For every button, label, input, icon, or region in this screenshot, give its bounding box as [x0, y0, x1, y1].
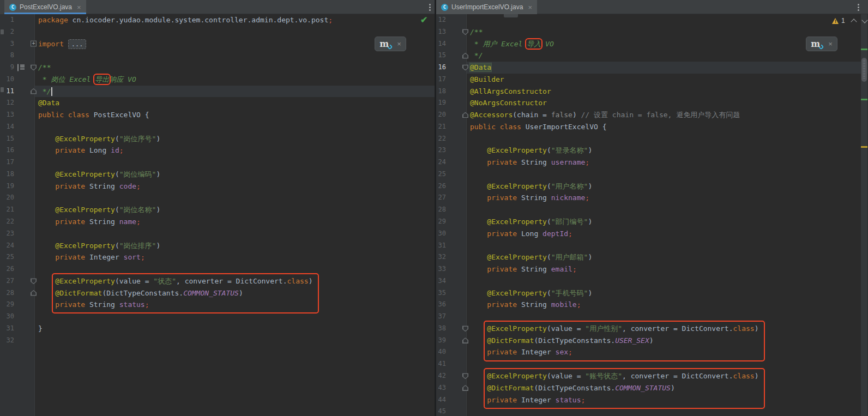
line-number[interactable]: 43	[436, 382, 446, 394]
code-line[interactable]: 1package cn.iocoder.yudao.module.system.…	[4, 14, 435, 26]
tab-userimportexcelvo[interactable]: C UserImportExcelVO.java ×	[436, 0, 537, 14]
line-number[interactable]: 12	[436, 14, 446, 26]
prev-warning-icon[interactable]	[851, 19, 857, 25]
code-editor[interactable]: 1213/**14 * 用户 Excel 导入 VO15 */16@Data17…	[436, 14, 868, 416]
close-icon[interactable]: ×	[828, 40, 833, 48]
code-text[interactable]: }	[38, 323, 43, 335]
code-line[interactable]: 32	[4, 335, 435, 347]
line-number[interactable]: 22	[436, 133, 446, 145]
code-editor[interactable]: 1package cn.iocoder.yudao.module.system.…	[4, 14, 435, 416]
code-text[interactable]: @ExcelProperty("手机号码")	[470, 287, 592, 299]
line-number[interactable]: 13	[436, 26, 446, 38]
code-text[interactable]: @ExcelProperty("用户名称")	[470, 180, 592, 192]
fold-marker-icon[interactable]	[31, 64, 37, 70]
line-number[interactable]: 20	[4, 192, 14, 204]
line-number[interactable]: 12	[4, 97, 14, 109]
line-number[interactable]: 29	[436, 216, 446, 228]
code-line[interactable]: 12	[436, 14, 868, 26]
line-number[interactable]: 15	[4, 133, 14, 145]
line-number[interactable]: 24	[4, 240, 14, 252]
code-line[interactable]: 29 @ExcelProperty("部门编号")	[436, 216, 868, 228]
fold-marker-icon[interactable]	[31, 278, 37, 284]
line-number[interactable]: 24	[436, 156, 446, 168]
code-text[interactable]: @DictFormat(DictTypeConstants.USER_SEX)	[470, 335, 654, 347]
fold-marker-icon[interactable]	[462, 112, 468, 118]
line-number[interactable]: 34	[436, 275, 446, 287]
line-number[interactable]: 8	[4, 50, 14, 62]
code-text[interactable]: /**	[38, 62, 51, 74]
code-text[interactable]: @ExcelProperty("岗位排序")	[38, 240, 160, 252]
fold-marker-icon[interactable]	[462, 64, 468, 70]
line-number[interactable]: 32	[4, 335, 14, 347]
code-text[interactable]: private String code;	[38, 180, 141, 192]
line-number[interactable]: 22	[4, 216, 14, 228]
line-number[interactable]: 28	[436, 204, 446, 216]
line-number[interactable]: 21	[4, 204, 14, 216]
line-number[interactable]: 27	[436, 192, 446, 204]
code-text[interactable]: @ExcelProperty(value = "用户性别", converter…	[470, 323, 758, 335]
code-line[interactable]: 21public class UserImportExcelVO {	[436, 121, 868, 133]
line-number[interactable]: 10	[4, 74, 14, 86]
code-line[interactable]: 18 @ExcelProperty("岗位编码")	[4, 168, 435, 180]
inspections-widget[interactable]: ! 1	[832, 17, 867, 25]
fold-marker-icon[interactable]	[462, 29, 468, 35]
scrollbar-thumb[interactable]	[861, 58, 867, 82]
code-text[interactable]: @ExcelProperty("用户邮箱")	[470, 251, 592, 263]
line-number[interactable]: 30	[436, 228, 446, 240]
code-line[interactable]: 13public class PostExcelVO {	[4, 109, 435, 121]
line-number[interactable]: 31	[436, 240, 446, 252]
line-number[interactable]: 41	[436, 358, 446, 370]
code-line[interactable]: 14 * 用户 Excel 导入 VO	[436, 38, 868, 50]
fold-marker-icon[interactable]	[462, 53, 468, 59]
line-number[interactable]: 13	[4, 109, 14, 121]
code-line[interactable]: 22	[436, 133, 868, 145]
line-number[interactable]: 9	[4, 62, 14, 74]
code-line[interactable]: 45	[436, 406, 868, 416]
line-number[interactable]: 36	[436, 299, 446, 311]
code-line[interactable]: 27 @ExcelProperty(value = "状态", converte…	[4, 275, 435, 287]
close-icon[interactable]: ×	[77, 4, 81, 11]
code-line[interactable]: 29 private String status;	[4, 299, 435, 311]
code-text[interactable]: * 岗位 Excel 导出响应 VO	[38, 74, 136, 86]
rendered-doc-icon[interactable]	[17, 64, 26, 71]
code-line[interactable]: 37	[436, 311, 868, 323]
code-text[interactable]: private Integer status;	[470, 394, 585, 406]
code-text[interactable]: private String nickname;	[470, 192, 589, 204]
code-line[interactable]: 15 @ExcelProperty("岗位序号")	[4, 133, 435, 145]
line-number[interactable]: 18	[436, 86, 446, 98]
code-line[interactable]: 17@Builder	[436, 74, 868, 86]
code-text[interactable]: */	[38, 86, 52, 98]
code-line[interactable]: 20@Accessors(chain = false) // 设置 chain …	[436, 109, 868, 121]
code-line[interactable]: 23 @ExcelProperty("登录名称")	[436, 144, 868, 156]
code-line[interactable]: 18@AllArgsConstructor	[436, 86, 868, 98]
code-line[interactable]: 9/**	[4, 62, 435, 74]
code-text[interactable]: import ...	[38, 38, 86, 50]
line-number[interactable]: 11	[4, 86, 14, 98]
line-number[interactable]: 35	[436, 287, 446, 299]
line-number[interactable]: 16	[4, 144, 14, 156]
code-text[interactable]: * 用户 Excel 导入 VO	[470, 38, 554, 50]
code-text[interactable]: @ExcelProperty("登录名称")	[470, 144, 592, 156]
line-number[interactable]: 16	[436, 62, 446, 74]
line-number[interactable]: 14	[436, 38, 446, 50]
code-text[interactable]: private String name;	[38, 216, 141, 228]
line-number[interactable]: 3	[4, 38, 14, 50]
inspection-ok-icon[interactable]: ✔	[420, 15, 427, 25]
code-line[interactable]: 15 */	[436, 50, 868, 62]
code-line[interactable]: 11 */	[4, 86, 435, 98]
code-line[interactable]: 13/**	[436, 26, 868, 38]
scrollbar[interactable]	[861, 14, 867, 416]
code-line[interactable]: 3+import ...	[4, 38, 435, 50]
more-options-icon[interactable]	[854, 3, 862, 12]
code-line[interactable]: 16 private Long id;	[4, 144, 435, 156]
maven-reload-widget[interactable]: m ×	[806, 37, 837, 51]
code-text[interactable]: @ExcelProperty(value = "状态", converter =…	[38, 275, 312, 287]
line-number[interactable]: 39	[436, 335, 446, 347]
code-text[interactable]: private String email;	[470, 263, 577, 275]
code-line[interactable]: 42 @ExcelProperty(value = "账号状态", conver…	[436, 370, 868, 382]
code-line[interactable]: 19 private String code;	[4, 180, 435, 192]
line-number[interactable]: 27	[4, 275, 14, 287]
code-line[interactable]: 25 private Integer sort;	[4, 251, 435, 263]
line-number[interactable]: 44	[436, 394, 446, 406]
code-line[interactable]: 30	[4, 311, 435, 323]
